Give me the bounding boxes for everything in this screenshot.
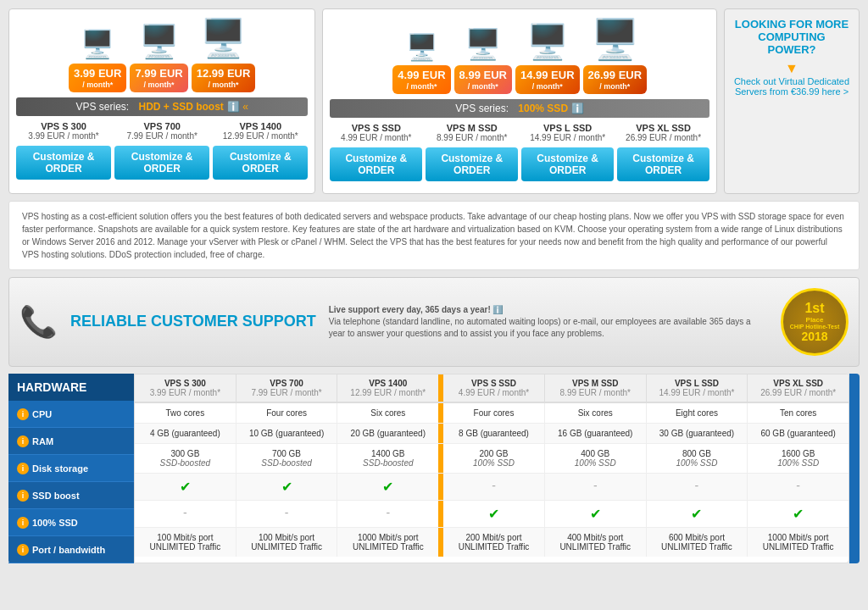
ssd-boost-label-row: i SSD boost xyxy=(8,482,134,509)
ssd-boost-cell-4: - xyxy=(441,474,545,500)
ssd-order-4-button[interactable]: Customize &ORDER xyxy=(617,147,709,181)
ssd-100-info-icon[interactable]: i xyxy=(17,517,29,529)
cpu-label: CPU xyxy=(32,409,52,419)
ssd-boost-cell-6: - xyxy=(647,474,748,500)
bw-cell-7: 1000 Mbit/s portUNLIMITED Traffic xyxy=(748,528,849,557)
disk-cell-1: 300 GBSSD-boosted xyxy=(135,444,236,473)
col-header-7: VPS XL SSD xyxy=(750,379,846,388)
support-title: RELIABLE CUSTOMER SUPPORT xyxy=(70,313,316,330)
hdd-plan-1-price: 3.99 EUR / month* xyxy=(16,131,111,141)
bw-cell-4: 200 Mbit/s portUNLIMITED Traffic xyxy=(441,528,545,557)
ssd-order-3-button[interactable]: Customize &ORDER xyxy=(521,147,614,181)
support-description: Via telephone (standard landline, no aut… xyxy=(329,317,751,338)
ssd-boost-cell-7: - xyxy=(748,474,849,500)
ssd100-cell-3: - xyxy=(337,501,441,527)
ssd-boost-cell-2: ✔ xyxy=(236,474,338,500)
col-header-6: VPS L SSD xyxy=(649,379,745,388)
hdd-order-1-button[interactable]: Customize &ORDER xyxy=(16,146,111,180)
ssd100-cell-1: - xyxy=(135,501,236,527)
hdd-plan-1-name: VPS S 300 xyxy=(16,121,111,131)
ssd-plan-2-price: 8.99 EUR / month* xyxy=(426,133,518,142)
bw-cell-6: 600 Mbit/s portUNLIMITED Traffic xyxy=(647,528,748,557)
disk-info-icon[interactable]: i xyxy=(17,463,29,474)
cpu-info-icon[interactable]: i xyxy=(17,408,29,420)
ssd100-cell-6: ✔ xyxy=(647,501,748,527)
col-header-3: VPS 1400 xyxy=(340,379,436,388)
ssd-boost-label: SSD boost xyxy=(32,491,80,501)
ssd100-cell-4: ✔ xyxy=(441,501,545,527)
ssd-plan-4-name: VPS XL SSD xyxy=(617,123,709,133)
award-place-label: Place xyxy=(806,316,824,324)
ram-info-icon[interactable]: i xyxy=(17,435,29,447)
cpu-cell-6: Eight cores xyxy=(647,403,748,423)
ram-cell-5: 16 GB (guaranteed) xyxy=(545,424,647,443)
computing-title: LOOKING FOR MORE COMPUTING POWER? xyxy=(733,18,850,56)
bw-cell-1: 100 Mbit/s portUNLIMITED Traffic xyxy=(135,528,236,557)
description-text: VPS hosting as a cost-efficient solution… xyxy=(8,201,860,270)
arrow-down-icon: ▼ xyxy=(733,61,850,76)
col-header-4: VPS S SSD xyxy=(446,379,542,388)
cpu-cell-4: Four cores xyxy=(441,403,545,423)
disk-label: Disk storage xyxy=(32,463,88,474)
col-price-4: 4.99 EUR / month* xyxy=(446,388,542,397)
bw-cell-3: 1000 Mbit/s portUNLIMITED Traffic xyxy=(337,528,441,557)
ssd-order-1-button[interactable]: Customize &ORDER xyxy=(330,147,422,181)
ssd-boost-cell-3: ✔ xyxy=(337,474,441,500)
ram-cell-3: 20 GB (guaranteed) xyxy=(337,424,441,443)
disk-cell-2: 700 GBSSD-boosted xyxy=(236,444,338,473)
col-header-1: VPS S 300 xyxy=(137,379,233,388)
disk-cell-5: 400 GB100% SSD xyxy=(545,444,647,473)
ssd-boost-info-icon[interactable]: i xyxy=(17,490,29,502)
ssd-plan-2-name: VPS M SSD xyxy=(426,123,518,133)
ssd-order-2-button[interactable]: Customize &ORDER xyxy=(426,147,518,181)
disk-cell-4: 200 GB100% SSD xyxy=(441,444,545,473)
bandwidth-label: Port / bandwidth xyxy=(32,545,105,555)
ssd-100-label-row: i 100% SSD xyxy=(8,509,134,536)
award-year: 2018 xyxy=(801,330,827,343)
col-price-2: 7.99 EUR / month* xyxy=(239,388,335,397)
ssd-plan-3-name: VPS L SSD xyxy=(521,123,614,133)
col-price-5: 8.99 EUR / month* xyxy=(548,388,643,397)
award-badge: 1st Place CHIP Hotline-Test 2018 xyxy=(781,288,849,356)
ssd-boost-cell-5: - xyxy=(545,474,647,500)
award-sub: CHIP Hotline-Test xyxy=(790,324,839,330)
ssd100-cell-5: ✔ xyxy=(545,501,647,527)
cpu-label-row: i CPU xyxy=(8,401,134,428)
hdd-plan-2-name: VPS 700 xyxy=(114,121,209,131)
ssd-series-highlight: 100% SSD xyxy=(518,103,568,114)
hdd-plan-2-price: 7.99 EUR / month* xyxy=(114,131,209,141)
col-header-2: VPS 700 xyxy=(239,379,335,388)
ram-cell-1: 4 GB (guaranteed) xyxy=(135,424,236,443)
ram-cell-7: 60 GB (guaranteed) xyxy=(748,424,849,443)
cpu-cell-2: Four cores xyxy=(236,403,338,423)
ssd-plan-3-price: 14.99 EUR / month* xyxy=(521,133,614,142)
ssd-boost-cell-1: ✔ xyxy=(135,474,236,500)
disk-cell-7: 1600 GB100% SSD xyxy=(748,444,849,473)
hdd-series-label: VPS series: xyxy=(75,101,129,113)
hdd-order-2-button[interactable]: Customize &ORDER xyxy=(114,146,209,180)
ram-cell-6: 30 GB (guaranteed) xyxy=(647,424,748,443)
disk-label-row: i Disk storage xyxy=(8,455,134,482)
bandwidth-info-icon[interactable]: i xyxy=(17,544,29,556)
ram-label-row: i RAM xyxy=(8,428,134,455)
ssd100-cell-2: - xyxy=(236,501,338,527)
ram-cell-2: 10 GB (guaranteed) xyxy=(236,424,338,443)
cpu-cell-1: Two cores xyxy=(135,403,236,423)
bw-cell-5: 400 Mbit/s portUNLIMITED Traffic xyxy=(545,528,647,557)
hdd-order-3-button[interactable]: Customize &ORDER xyxy=(213,146,308,180)
ssd100-cell-7: ✔ xyxy=(748,501,849,527)
bw-cell-2: 100 Mbit/s portUNLIMITED Traffic xyxy=(236,528,338,557)
cpu-cell-5: Six cores xyxy=(545,403,647,423)
hdd-series-highlight: HDD + SSD boost xyxy=(139,101,224,113)
col-price-6: 14.99 EUR / month* xyxy=(649,388,745,397)
col-price-3: 12.99 EUR / month* xyxy=(340,388,436,397)
hardware-section-title: HARDWARE xyxy=(8,374,134,401)
cpu-cell-3: Six cores xyxy=(337,403,441,423)
ssd-plan-1-name: VPS S SSD xyxy=(330,123,422,133)
cpu-cell-7: Ten cores xyxy=(748,403,849,423)
ssd-plan-1-price: 4.99 EUR / month* xyxy=(330,133,422,142)
computing-link[interactable]: Check out Virtual Dedicated Servers from… xyxy=(733,76,850,97)
bandwidth-label-row: i Port / bandwidth xyxy=(8,536,134,563)
hdd-plan-3-price: 12.99 EUR / month* xyxy=(213,131,308,141)
ram-label: RAM xyxy=(32,436,53,446)
